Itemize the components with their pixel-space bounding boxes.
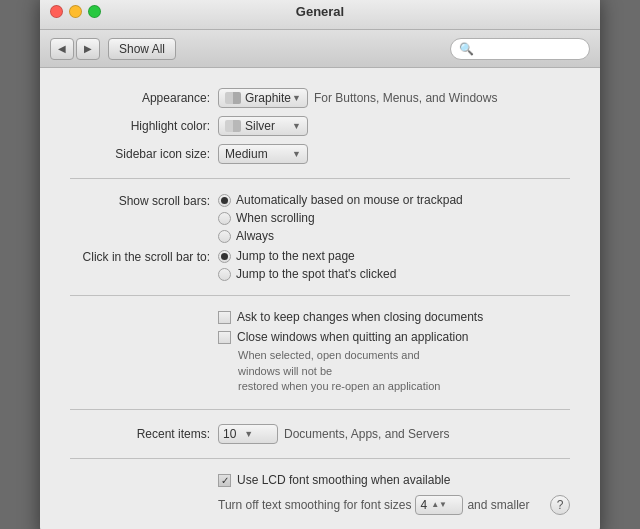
click-next-option[interactable]: Jump to the next page — [218, 249, 396, 263]
nav-buttons: ◀ ▶ — [50, 38, 100, 60]
scroll-auto-radio[interactable] — [218, 194, 231, 207]
help-icon: ? — [557, 498, 564, 512]
back-button[interactable]: ◀ — [50, 38, 74, 60]
font-smoothing-row: Turn off text smoothing for font sizes 4… — [70, 495, 570, 515]
lcd-smoothing-row: Use LCD font smoothing when available — [70, 473, 570, 487]
click-spot-radio[interactable] — [218, 268, 231, 281]
divider-1 — [70, 178, 570, 179]
click-spot-label: Jump to the spot that's clicked — [236, 267, 396, 281]
search-box[interactable]: 🔍 — [450, 38, 590, 60]
titlebar: General — [40, 0, 600, 30]
sidebar-icon-control: Medium ▼ — [218, 144, 308, 164]
divider-2 — [70, 295, 570, 296]
recent-items-hint: Documents, Apps, and Servers — [284, 427, 449, 441]
highlight-color-row: Highlight color: Silver ▼ — [70, 116, 570, 136]
appearance-select[interactable]: Graphite ▼ — [218, 88, 308, 108]
close-windows-row: Close windows when quitting an applicati… — [70, 330, 570, 344]
close-windows-checkbox[interactable] — [218, 331, 231, 344]
scroll-when-label: When scrolling — [236, 211, 315, 225]
scroll-bars-row: Show scroll bars: Automatically based on… — [70, 193, 570, 243]
click-scroll-options: Jump to the next page Jump to the spot t… — [218, 249, 396, 281]
font-smoothing-stepper[interactable]: 4 ▲▼ — [415, 495, 463, 515]
appearance-control: Graphite ▼ For Buttons, Menus, and Windo… — [218, 88, 497, 108]
highlight-color-arrow: ▼ — [292, 121, 301, 131]
forward-button[interactable]: ▶ — [76, 38, 100, 60]
highlight-color-label: Highlight color: — [70, 119, 210, 133]
recent-items-label: Recent items: — [70, 427, 210, 441]
lcd-smoothing-checkbox[interactable] — [218, 474, 231, 487]
divider-4 — [70, 458, 570, 459]
close-windows-label: Close windows when quitting an applicati… — [237, 330, 468, 344]
appearance-label: Appearance: — [70, 91, 210, 105]
scroll-auto-option[interactable]: Automatically based on mouse or trackpad — [218, 193, 463, 207]
scroll-auto-label: Automatically based on mouse or trackpad — [236, 193, 463, 207]
minimize-button[interactable] — [69, 5, 82, 18]
scroll-always-label: Always — [236, 229, 274, 243]
keep-changes-row: Ask to keep changes when closing documen… — [70, 310, 570, 324]
close-button[interactable] — [50, 5, 63, 18]
font-smoothing-suffix: and smaller — [467, 498, 529, 512]
font-smoothing-prefix: Turn off text smoothing for font sizes — [218, 498, 411, 512]
content-area: Appearance: Graphite ▼ For Buttons, Menu… — [40, 68, 600, 529]
click-spot-option[interactable]: Jump to the spot that's clicked — [218, 267, 396, 281]
recent-items-stepper[interactable]: 10 ▼ — [218, 424, 278, 444]
click-next-radio[interactable] — [218, 250, 231, 263]
sidebar-icon-row: Sidebar icon size: Medium ▼ — [70, 144, 570, 164]
appearance-value: Graphite — [245, 91, 291, 105]
scroll-when-option[interactable]: When scrolling — [218, 211, 463, 225]
window-title: General — [296, 4, 344, 19]
click-scroll-label: Click in the scroll bar to: — [70, 249, 210, 264]
click-scroll-row: Click in the scroll bar to: Jump to the … — [70, 249, 570, 281]
font-smoothing-value: 4 — [420, 498, 427, 512]
scroll-bars-options: Automatically based on mouse or trackpad… — [218, 193, 463, 243]
highlight-color-select[interactable]: Silver ▼ — [218, 116, 308, 136]
appearance-swatch — [225, 92, 241, 104]
show-all-button[interactable]: Show All — [108, 38, 176, 60]
scroll-bars-label: Show scroll bars: — [70, 193, 210, 208]
recent-items-value: 10 — [223, 427, 236, 441]
appearance-row: Appearance: Graphite ▼ For Buttons, Menu… — [70, 88, 570, 108]
highlight-color-swatch — [225, 120, 241, 132]
help-button[interactable]: ? — [550, 495, 570, 515]
sidebar-icon-arrow: ▼ — [292, 149, 301, 159]
recent-items-control: 10 ▼ Documents, Apps, and Servers — [218, 424, 449, 444]
toolbar: ◀ ▶ Show All 🔍 — [40, 30, 600, 68]
close-windows-subtext: When selected, open documents and window… — [70, 348, 450, 394]
sidebar-icon-label: Sidebar icon size: — [70, 147, 210, 161]
maximize-button[interactable] — [88, 5, 101, 18]
sidebar-icon-value: Medium — [225, 147, 268, 161]
scroll-always-option[interactable]: Always — [218, 229, 463, 243]
highlight-color-value: Silver — [245, 119, 275, 133]
keep-changes-label: Ask to keep changes when closing documen… — [237, 310, 483, 324]
scroll-always-radio[interactable] — [218, 230, 231, 243]
appearance-hint: For Buttons, Menus, and Windows — [314, 91, 497, 105]
recent-items-row: Recent items: 10 ▼ Documents, Apps, and … — [70, 424, 570, 444]
appearance-arrow: ▼ — [292, 93, 301, 103]
font-smoothing-arrows: ▲▼ — [431, 500, 447, 509]
scroll-when-radio[interactable] — [218, 212, 231, 225]
general-window: General ◀ ▶ Show All 🔍 Appearance: Graph… — [40, 0, 600, 529]
sidebar-icon-select[interactable]: Medium ▼ — [218, 144, 308, 164]
traffic-lights — [50, 5, 101, 18]
lcd-smoothing-label: Use LCD font smoothing when available — [237, 473, 450, 487]
divider-3 — [70, 409, 570, 410]
search-icon: 🔍 — [459, 42, 474, 56]
click-next-label: Jump to the next page — [236, 249, 355, 263]
highlight-color-control: Silver ▼ — [218, 116, 308, 136]
keep-changes-checkbox[interactable] — [218, 311, 231, 324]
recent-items-arrows: ▼ — [244, 429, 253, 439]
